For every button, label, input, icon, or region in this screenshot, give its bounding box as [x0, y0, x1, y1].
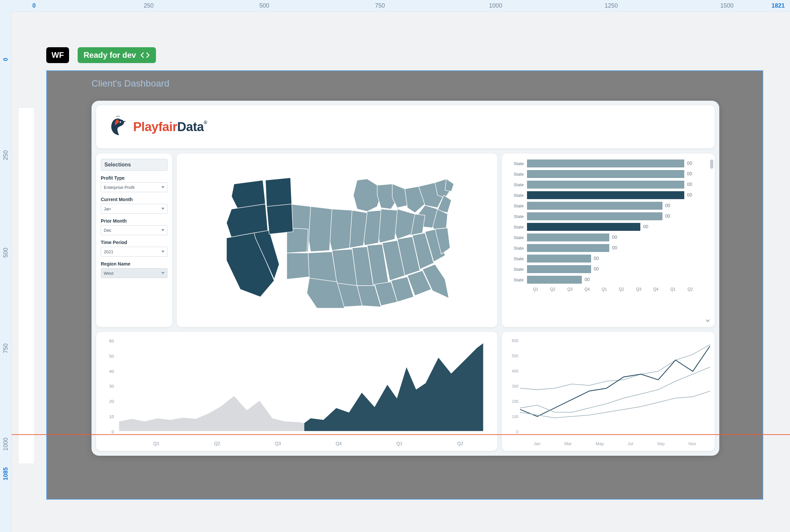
y-tick: 600: [507, 339, 518, 343]
profit-type-dropdown[interactable]: Enterprise Profit: [101, 182, 167, 192]
neighbor-frame-ghost[interactable]: [18, 107, 35, 464]
area-x-axis: Q1 Q2 Q3 Q4 Q1 Q2: [126, 441, 491, 446]
bar-track: 00: [527, 170, 710, 178]
bar-value: 00: [612, 245, 617, 250]
dashboard-canvas: PlayfairData® Selections Profit Type Ent…: [92, 101, 719, 456]
dd-value: Jan: [104, 206, 111, 211]
wf-badge[interactable]: WF: [46, 47, 69, 63]
frame-selected[interactable]: Client's Dashboard PlayfairData® S: [46, 70, 763, 500]
bar-fill: [527, 265, 591, 273]
line-y-axis: 600 500 400 300 200 100 0: [507, 339, 518, 434]
x-tick: Q1: [397, 441, 403, 446]
map-panel: [177, 154, 497, 327]
horizontal-guide[interactable]: [12, 434, 790, 435]
bar-row[interactable]: State00: [507, 190, 710, 201]
bar-chart-panel: State00State00State00State00State00State…: [502, 154, 715, 327]
bar-track: 00: [527, 223, 710, 231]
bar-row[interactable]: State00: [507, 274, 710, 285]
line-chart[interactable]: [520, 339, 710, 434]
bar-label: State: [507, 267, 524, 272]
design-stage[interactable]: WF Ready for dev Client's Dashboard Play…: [12, 12, 790, 532]
sel-label: Prior Month: [101, 218, 167, 224]
bar-label: State: [507, 182, 524, 187]
chevron-down-icon: [161, 229, 165, 231]
bar-fill: [527, 191, 684, 199]
brand-name: PlayfairData®: [133, 120, 207, 134]
bar-track: 00: [527, 276, 710, 284]
bar-row[interactable]: State00: [507, 264, 710, 274]
bar-track: 00: [527, 212, 710, 220]
sel-group-time-period: Time Period 2021: [101, 240, 167, 256]
region-name-dropdown[interactable]: West: [101, 268, 167, 278]
bar-label: State: [507, 256, 524, 261]
bar-value: 00: [585, 277, 590, 282]
ready-for-dev-badge[interactable]: Ready for dev: [78, 47, 156, 63]
x-tick: Q1: [596, 287, 613, 291]
selections-panel: Selections Profit Type Enterprise Profit…: [96, 154, 172, 327]
usa-map[interactable]: [216, 163, 458, 318]
svg-point-0: [120, 121, 121, 122]
ruler-v-250: 250: [2, 150, 9, 160]
chevron-down-icon: [161, 272, 165, 274]
state-id-n[interactable]: [265, 177, 292, 207]
ruler-h-1250: 1250: [605, 2, 618, 9]
dd-value: West: [104, 271, 113, 276]
scrollbar-thumb[interactable]: [710, 159, 713, 169]
x-tick: Q2: [544, 287, 562, 291]
x-tick: Q4: [578, 287, 596, 291]
ruler-v-0: 0: [2, 58, 9, 61]
x-tick: Q3: [275, 441, 281, 446]
bar-row[interactable]: State00: [507, 222, 710, 232]
bar-row[interactable]: State00: [507, 158, 710, 169]
time-period-dropdown[interactable]: 2021: [101, 247, 167, 256]
y-tick: 20: [101, 399, 114, 404]
bar-row[interactable]: State00: [507, 211, 710, 222]
bar-row[interactable]: State00: [507, 201, 710, 211]
frame-title-label[interactable]: Client's Dashboard: [92, 78, 169, 89]
ruler-vertical[interactable]: 0 250 500 750 1000 1085: [0, 12, 12, 532]
bar-label: State: [507, 214, 524, 219]
dd-value: Dec: [104, 228, 111, 233]
y-tick: 0: [507, 430, 518, 434]
bar-row[interactable]: State00: [507, 243, 710, 253]
sel-group-region-name: Region Name West: [101, 261, 167, 278]
bar-track: 00: [527, 233, 710, 241]
dd-value: Enterprise Profit: [104, 185, 134, 190]
ruler-h-1500: 1500: [720, 2, 734, 9]
line-chart-panel: 600 500 400 300 200 100 0 Jan Mar May Ju…: [502, 332, 715, 451]
current-month-dropdown[interactable]: Jan: [101, 204, 167, 214]
bar-row[interactable]: State00: [507, 232, 710, 243]
bar-track: 00: [527, 159, 710, 167]
bar-value: 00: [643, 224, 648, 229]
prior-month-dropdown[interactable]: Dec: [101, 225, 167, 235]
bird-icon: [106, 115, 130, 139]
x-tick: Q1: [153, 441, 160, 446]
selections-title: Selections: [101, 159, 167, 171]
y-tick: 400: [507, 369, 518, 374]
area-chart[interactable]: [116, 339, 493, 434]
ruler-v-1000: 1000: [2, 438, 9, 451]
bar-rows: State00State00State00State00State00State…: [507, 158, 710, 285]
y-tick: 500: [507, 354, 518, 358]
x-tick: Jan: [534, 441, 540, 446]
bar-row[interactable]: State00: [507, 179, 710, 190]
y-tick: 0: [101, 429, 114, 434]
sel-group-current-month: Current Month Jan: [101, 197, 167, 214]
bar-track: 00: [527, 244, 710, 252]
sel-label: Current Month: [101, 197, 167, 202]
bar-row[interactable]: State00: [507, 169, 710, 179]
bar-label: State: [507, 161, 524, 166]
chevron-down-icon[interactable]: [705, 318, 710, 323]
state-id-s[interactable]: [267, 204, 293, 234]
ruler-v-750: 750: [2, 343, 9, 353]
x-tick: Q2: [682, 287, 699, 291]
ruler-horizontal[interactable]: 0 250 500 750 1000 1250 1500 1750 1821: [12, 0, 790, 12]
bar-value: 00: [665, 213, 670, 218]
x-tick: Q2: [214, 441, 220, 446]
bar-track: 00: [527, 254, 710, 263]
y-tick: 30: [101, 384, 114, 389]
bar-row[interactable]: State00: [507, 253, 710, 264]
y-tick: 50: [101, 354, 114, 359]
bar-track: 00: [527, 265, 710, 273]
bar-value: 00: [687, 192, 692, 197]
